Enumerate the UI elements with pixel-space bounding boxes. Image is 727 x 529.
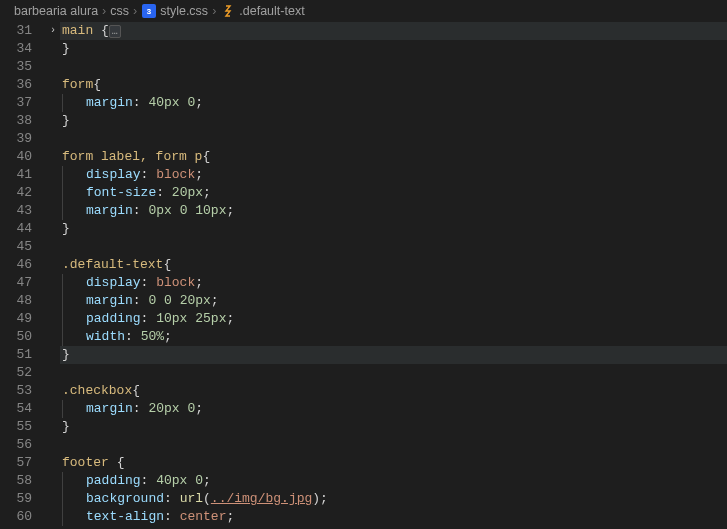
line-number: 57 <box>0 454 32 472</box>
code-line[interactable]: } <box>60 346 727 364</box>
code-line[interactable]: .default-text{ <box>60 256 727 274</box>
line-number: 35 <box>0 58 32 76</box>
bc-file[interactable]: style.css <box>160 4 208 18</box>
line-number: 42 <box>0 184 32 202</box>
bc-symbol[interactable]: .default-text <box>239 4 304 18</box>
code-line[interactable]: form{ <box>60 76 727 94</box>
code-line[interactable]: footer { <box>60 454 727 472</box>
line-number: 52 <box>0 364 32 382</box>
line-number: 36 <box>0 76 32 94</box>
line-number: 34 <box>0 40 32 58</box>
code-line[interactable]: font-size: 20px; <box>60 184 727 202</box>
code-line[interactable]: display: block; <box>60 166 727 184</box>
line-number: 46 <box>0 256 32 274</box>
code-line[interactable]: } <box>60 112 727 130</box>
css-file-icon: 3 <box>141 4 156 19</box>
line-number-gutter: 31 34 35 36 37 38 39 40 41 42 43 44 45 4… <box>0 22 46 529</box>
svg-text:3: 3 <box>146 7 151 16</box>
code-line[interactable] <box>60 58 727 76</box>
code-line[interactable] <box>60 364 727 382</box>
line-number: 43 <box>0 202 32 220</box>
code-line[interactable]: .checkbox{ <box>60 382 727 400</box>
line-number: 48 <box>0 292 32 310</box>
chevron-right-icon: › <box>102 4 106 18</box>
line-number: 59 <box>0 490 32 508</box>
code-line[interactable]: form label, form p{ <box>60 148 727 166</box>
line-number: 37 <box>0 94 32 112</box>
code-line[interactable]: display: block; <box>60 274 727 292</box>
code-line[interactable] <box>60 130 727 148</box>
chevron-right-icon: › <box>212 4 216 18</box>
code-line[interactable]: } <box>60 40 727 58</box>
code-line[interactable] <box>60 436 727 454</box>
bc-subfolder[interactable]: css <box>110 4 129 18</box>
bc-folder[interactable]: barbearia alura <box>14 4 98 18</box>
fold-gutter: › › <box>46 22 60 529</box>
line-number: 41 <box>0 166 32 184</box>
line-number: 60 <box>0 508 32 526</box>
code-line[interactable]: margin: 0 0 20px; <box>60 292 727 310</box>
line-number: 50 <box>0 328 32 346</box>
line-number: 44 <box>0 220 32 238</box>
code-line[interactable]: } <box>60 220 727 238</box>
line-number: 58 <box>0 472 32 490</box>
code-line[interactable]: margin: 0px 0 10px; <box>60 202 727 220</box>
code-line[interactable]: background: url(../img/bg.jpg); <box>60 490 727 508</box>
code-editor[interactable]: 31 34 35 36 37 38 39 40 41 42 43 44 45 4… <box>0 22 727 529</box>
line-number: 45 <box>0 238 32 256</box>
code-line[interactable]: main {… <box>60 22 727 40</box>
code-line[interactable]: width: 50%; <box>60 328 727 346</box>
line-number: 54 <box>0 400 32 418</box>
code-line[interactable] <box>60 238 727 256</box>
line-number: 56 <box>0 436 32 454</box>
code-line[interactable]: margin: 20px 0; <box>60 400 727 418</box>
line-number: 47 <box>0 274 32 292</box>
line-number: 31 <box>0 22 32 40</box>
line-number: 39 <box>0 130 32 148</box>
code-line[interactable]: margin: 40px 0; <box>60 94 727 112</box>
code-line[interactable]: text-align: center; <box>60 508 727 526</box>
chevron-right-icon[interactable]: › <box>50 22 56 40</box>
line-number: 53 <box>0 382 32 400</box>
line-number: 49 <box>0 310 32 328</box>
code-line[interactable]: } <box>60 418 727 436</box>
symbol-class-icon <box>220 4 235 19</box>
code-line[interactable]: padding: 10px 25px; <box>60 310 727 328</box>
breadcrumb: barbearia alura › css › 3 style.css › .d… <box>0 0 727 22</box>
line-number: 38 <box>0 112 32 130</box>
code-line[interactable]: padding: 40px 0; <box>60 472 727 490</box>
line-number: 55 <box>0 418 32 436</box>
line-number: 51 <box>0 346 32 364</box>
line-number: 40 <box>0 148 32 166</box>
code-area[interactable]: main {… } form{ margin: 40px 0; } form l… <box>60 22 727 529</box>
chevron-right-icon: › <box>133 4 137 18</box>
